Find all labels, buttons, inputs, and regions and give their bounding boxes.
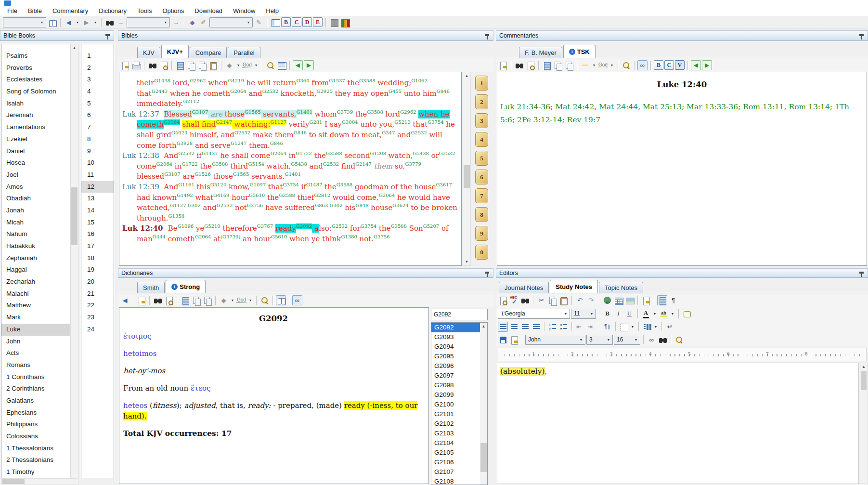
- chapter-item[interactable]: 5: [81, 98, 114, 110]
- strong-number-link[interactable]: G3624: [392, 203, 408, 208]
- history-back-icon[interactable]: ◀: [64, 17, 74, 27]
- bible-book-item[interactable]: 1 Thessalonians: [1, 443, 70, 455]
- font-size-combobox[interactable]: 11▼: [571, 309, 596, 319]
- topic-list-icon[interactable]: [180, 295, 190, 305]
- strongs-list-item[interactable]: G2107: [431, 467, 487, 477]
- chapter-item[interactable]: 9: [81, 145, 114, 157]
- scroll-up-arrow[interactable]: ▲: [71, 44, 78, 52]
- strong-number-link[interactable]: G5610: [271, 234, 287, 239]
- chapter-item[interactable]: 16: [81, 228, 114, 240]
- strong-number-link[interactable]: G2962: [400, 109, 416, 115]
- strong-number-link[interactable]: G302: [186, 203, 201, 208]
- scroll-up-arrow[interactable]: ▲: [860, 363, 867, 370]
- clear-highlight-icon[interactable]: ✐: [198, 17, 208, 27]
- strongs-list-scrollbar[interactable]: ▲: [480, 323, 487, 485]
- strong-number-link[interactable]: G846: [437, 89, 450, 94]
- export-icon[interactable]: [509, 335, 519, 345]
- chapter-item[interactable]: 13: [81, 193, 114, 205]
- book-view-icon[interactable]: [276, 295, 286, 305]
- book-list-scrollbar[interactable]: ▲: [70, 44, 78, 478]
- bookmark-scroll-4[interactable]: 4: [475, 132, 488, 147]
- strong-number-link[interactable]: G2092: [296, 223, 312, 229]
- strong-number-link[interactable]: G2064: [379, 193, 395, 198]
- menu-item-dictionary[interactable]: Dictionary: [93, 6, 132, 15]
- strongs-list-item[interactable]: G2103: [431, 429, 487, 438]
- bible-book-item[interactable]: Joel: [1, 169, 70, 181]
- spell-check-icon[interactable]: [509, 295, 519, 305]
- chapter-item[interactable]: 8: [81, 133, 114, 145]
- bible-book-item[interactable]: 1 Corinthians: [1, 371, 70, 383]
- bible-book-item[interactable]: Philippians: [1, 419, 70, 431]
- zoom-icon[interactable]: [259, 295, 270, 305]
- copy-icon[interactable]: [547, 295, 557, 305]
- chevron-down-icon[interactable]: ▼: [588, 309, 596, 318]
- editor-tab-topic-notes[interactable]: Topic Notes: [599, 282, 643, 293]
- chevron-down-icon[interactable]: ▼: [605, 335, 612, 344]
- chapter-view-button[interactable]: C: [664, 60, 674, 70]
- strong-number-link[interactable]: G3756: [247, 203, 263, 208]
- strong-number-link[interactable]: G2925: [316, 89, 332, 94]
- verse-ref[interactable]: Luk 12:38: [122, 151, 164, 160]
- strong-number-link[interactable]: G2812: [314, 193, 330, 198]
- insert-verse-icon[interactable]: [657, 295, 667, 305]
- bible-book-item[interactable]: Zechariah: [1, 276, 70, 288]
- layout-default-icon[interactable]: [270, 17, 280, 27]
- chapter-item[interactable]: 23: [81, 312, 114, 324]
- chapter-item[interactable]: 1: [81, 50, 114, 62]
- strong-number-link[interactable]: G2064: [230, 89, 246, 94]
- layout-d-button[interactable]: D: [302, 17, 312, 27]
- menu-item-options[interactable]: Options: [157, 6, 189, 15]
- bible-book-item[interactable]: Ephesians: [1, 407, 70, 419]
- bible-book-item[interactable]: 2 Thessalonians: [1, 454, 70, 466]
- strongs-list-item[interactable]: G2102: [431, 419, 487, 429]
- bookmark-scroll-5[interactable]: 5: [475, 151, 488, 166]
- strong-number-link[interactable]: G3588: [326, 151, 342, 156]
- strong-number-link[interactable]: G1062: [411, 78, 427, 83]
- insert-image-icon[interactable]: [624, 295, 635, 305]
- strongs-list-item[interactable]: G2097: [431, 371, 487, 380]
- layout-b-button[interactable]: B: [281, 17, 291, 27]
- bookmark-scroll-8[interactable]: 8: [475, 207, 488, 222]
- text-wrap-icon[interactable]: [665, 322, 675, 332]
- highlight-color-dropdown-icon[interactable]: ▼: [670, 309, 675, 319]
- search-icon[interactable]: [658, 335, 668, 345]
- bible-book-item[interactable]: Zephaniah: [1, 252, 70, 264]
- cross-reference-link[interactable]: Rom 13:11: [743, 103, 784, 111]
- cross-reference-link[interactable]: Mar 13:33-36: [687, 103, 738, 111]
- strong-number-link[interactable]: G2064: [164, 119, 180, 125]
- search-icon[interactable]: [514, 60, 524, 70]
- redo-icon[interactable]: ↷: [586, 295, 596, 305]
- bible-book-item[interactable]: Amos: [1, 181, 70, 193]
- cross-reference-link[interactable]: Mat 24:42: [555, 103, 594, 111]
- highlight-color-icon[interactable]: ab: [659, 309, 669, 319]
- chapter-combobox[interactable]: 3▼: [586, 335, 613, 345]
- strong-number-link[interactable]: G1096: [178, 223, 194, 229]
- god-words-arrow-icon[interactable]: ▼: [247, 295, 253, 305]
- strong-number-link[interactable]: G2147: [216, 119, 232, 125]
- strong-number-link[interactable]: G1127: [271, 119, 286, 125]
- verse-list-icon[interactable]: [175, 60, 185, 70]
- chevron-down-icon[interactable]: ▼: [162, 18, 169, 27]
- copy-formatted-icon[interactable]: [191, 295, 201, 305]
- pin-icon[interactable]: [856, 269, 865, 277]
- strong-number-link[interactable]: G2532: [262, 89, 278, 94]
- chevron-down-icon[interactable]: ▼: [38, 18, 46, 27]
- find-replace-icon[interactable]: [520, 295, 530, 305]
- open-book-icon[interactable]: [47, 17, 57, 27]
- chapter-item[interactable]: 20: [81, 276, 114, 288]
- scroll-up-arrow[interactable]: ▲: [463, 72, 470, 79]
- strongs-list-item[interactable]: G2101: [431, 409, 487, 419]
- strong-number-link[interactable]: G444: [153, 234, 166, 239]
- strong-number-link[interactable]: G3756: [374, 234, 389, 239]
- search-in-view-icon[interactable]: [164, 295, 174, 305]
- sync-link-icon[interactable]: ∞: [637, 60, 648, 70]
- verse-ref[interactable]: Luk 12:39: [122, 183, 164, 191]
- pin-icon[interactable]: [482, 269, 490, 277]
- menu-item-help[interactable]: Help: [260, 6, 284, 15]
- search-in-note-icon[interactable]: [498, 295, 508, 305]
- bible-book-item[interactable]: 1 Timothy: [1, 466, 70, 478]
- strong-number-link[interactable]: G347: [382, 130, 395, 135]
- strong-number-link[interactable]: G2532: [323, 161, 339, 167]
- scrollbar-thumb[interactable]: [2, 479, 25, 484]
- menu-item-download[interactable]: Download: [189, 6, 228, 15]
